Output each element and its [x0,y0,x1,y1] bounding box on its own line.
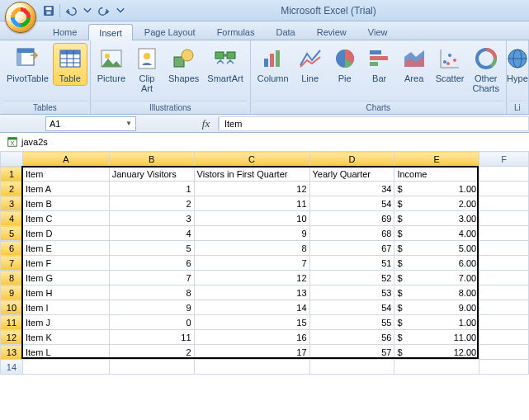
row-header-5[interactable]: 5 [1,226,23,241]
cell[interactable]: 12 [194,271,309,286]
cell[interactable]: $6.00 [394,256,479,271]
row-header-14[interactable]: 14 [1,360,23,375]
cell[interactable] [479,286,529,300]
picture-button[interactable]: Picture [94,44,129,85]
cell[interactable]: 3 [109,211,194,226]
cell[interactable] [479,226,529,241]
cell[interactable]: 15 [194,315,309,330]
tab-review[interactable]: Review [307,24,357,40]
cell[interactable]: 51 [309,256,394,271]
cell[interactable]: 57 [309,345,394,360]
cell[interactable]: Item I [22,300,109,315]
cell[interactable]: 9 [109,300,194,315]
cell[interactable]: $4.00 [394,226,479,241]
tab-insert[interactable]: Insert [88,24,133,40]
cell[interactable] [394,360,479,375]
select-all-corner[interactable] [1,152,23,167]
cell[interactable] [479,300,529,315]
col-header-D[interactable]: D [309,152,394,167]
cell[interactable]: 1 [109,182,194,196]
cell[interactable]: 7 [194,256,309,271]
cell[interactable]: $7.00 [394,271,479,286]
cell[interactable]: 55 [309,315,394,330]
cell[interactable]: 9 [194,226,309,241]
cell[interactable]: $1.00 [394,315,479,330]
cell[interactable] [194,360,309,375]
col-header-B[interactable]: B [109,152,194,167]
pie-chart-button[interactable]: Pie [328,44,361,85]
cell[interactable]: Item F [22,256,109,271]
cell[interactable]: 5 [109,241,194,256]
row-header-3[interactable]: 3 [1,196,23,211]
cell[interactable] [479,167,529,182]
cell[interactable] [479,330,529,345]
cell[interactable]: 56 [309,330,394,345]
cell[interactable] [309,360,394,375]
cell[interactable]: 8 [109,286,194,300]
column-chart-button[interactable]: Column [254,44,292,85]
cell[interactable]: $3.00 [394,211,479,226]
shapes-button[interactable]: Shapes [165,44,202,85]
cell[interactable]: Item [22,167,109,182]
row-header-1[interactable]: 1 [1,167,23,182]
row-header-12[interactable]: 12 [1,330,23,345]
cell[interactable] [479,256,529,271]
tab-formulas[interactable]: Formulas [207,24,265,40]
cell[interactable]: 2 [109,345,194,360]
cell[interactable]: $9.00 [394,300,479,315]
cell[interactable]: Vistors in First Quarter [194,167,309,182]
name-box[interactable]: A1 ▼ [45,116,136,131]
qat-customize[interactable] [113,3,128,18]
row-header-11[interactable]: 11 [1,315,23,330]
row-header-9[interactable]: 9 [1,286,23,300]
bar-chart-button[interactable]: Bar [363,44,396,85]
cell[interactable]: Item H [22,286,109,300]
cell[interactable]: 53 [309,286,394,300]
cell[interactable]: 11 [194,196,309,211]
col-header-A[interactable]: A [22,152,109,167]
other-charts-button[interactable]: OtherCharts [470,44,503,95]
cell[interactable] [479,196,529,211]
cell[interactable]: January Visitors [109,167,194,182]
undo-dropdown[interactable] [80,3,95,18]
cell[interactable]: 52 [309,271,394,286]
clipart-button[interactable]: ClipArt [130,44,163,95]
cell[interactable]: 11 [109,330,194,345]
cell[interactable]: Item G [22,271,109,286]
cell[interactable]: Item D [22,226,109,241]
cell[interactable] [479,360,529,375]
row-header-13[interactable]: 13 [1,345,23,360]
col-header-C[interactable]: C [194,152,309,167]
cell[interactable]: 12 [194,182,309,196]
cell[interactable] [479,315,529,330]
tab-data[interactable]: Data [266,24,305,40]
table-button[interactable]: Table [54,44,87,85]
row-header-2[interactable]: 2 [1,182,23,196]
cell[interactable]: 34 [309,182,394,196]
cell[interactable]: 8 [194,241,309,256]
cell[interactable]: Item E [22,241,109,256]
chevron-down-icon[interactable]: ▼ [125,120,132,127]
cell[interactable]: 4 [109,226,194,241]
tab-page-layout[interactable]: Page Layout [135,24,205,40]
cell[interactable]: 16 [194,330,309,345]
redo-button[interactable] [97,3,111,18]
row-header-10[interactable]: 10 [1,300,23,315]
line-chart-button[interactable]: Line [294,44,327,85]
cell[interactable]: 7 [109,271,194,286]
cell[interactable] [479,182,529,196]
hyperlink-button[interactable]: Hype [501,44,529,85]
row-header-6[interactable]: 6 [1,241,23,256]
cell[interactable]: 17 [194,345,309,360]
cell[interactable]: $1.00 [394,182,479,196]
formula-input[interactable]: Item [219,116,529,131]
row-header-8[interactable]: 8 [1,271,23,286]
save-button[interactable] [41,3,56,18]
smartart-button[interactable]: SmartArt [204,44,246,85]
cell[interactable]: Yearly Quarter [309,167,394,182]
undo-button[interactable] [64,3,78,18]
worksheet[interactable]: ABCDEF1ItemJanuary VisitorsVistors in Fi… [0,151,529,375]
cell[interactable]: Item L [22,345,109,360]
cell[interactable]: $2.00 [394,196,479,211]
cell[interactable]: $8.00 [394,286,479,300]
